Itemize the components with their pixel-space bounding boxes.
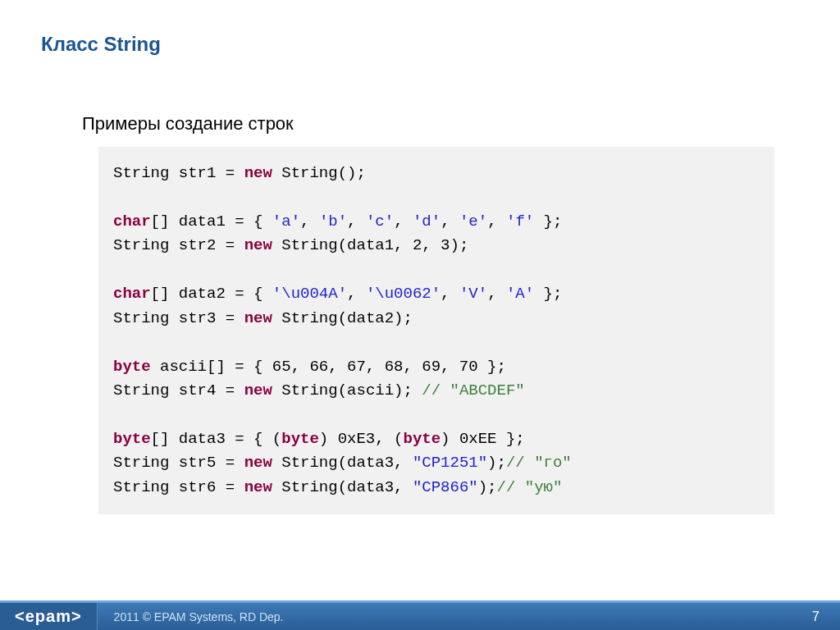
page-number: 7 xyxy=(812,609,819,624)
footer-bar: <epam> 2011 © EPAM Systems, RD Dep. 7 xyxy=(0,600,840,630)
copyright-text: 2011 © EPAM Systems, RD Dep. xyxy=(114,610,284,623)
code-line: String str4 = new String(ascii); // "ABC… xyxy=(113,379,760,403)
code-line: String str1 = new String(); xyxy=(113,162,760,185)
code-line: String str6 = new String(data3, "CP866")… xyxy=(113,476,760,500)
slide-subtitle: Примеры создание строк xyxy=(82,113,799,135)
code-line: String str2 = new String(data1, 2, 3); xyxy=(113,234,760,258)
slide-title: Класс String xyxy=(41,33,799,56)
epam-logo: <epam> xyxy=(0,603,98,630)
code-line: byte[] data3 = { (byte) 0xE3, (byte) 0xE… xyxy=(113,427,760,451)
code-block: String str1 = new String(); char[] data1… xyxy=(98,147,774,514)
code-line xyxy=(113,185,760,209)
slide-container: Класс String Примеры создание строк Stri… xyxy=(0,0,840,630)
code-line xyxy=(113,258,760,282)
code-line: String str3 = new String(data2); xyxy=(113,307,760,331)
code-line: byte ascii[] = { 65, 66, 67, 68, 69, 70 … xyxy=(113,355,760,379)
code-line: String str5 = new String(data3, "CP1251"… xyxy=(113,451,760,475)
code-line xyxy=(113,403,760,427)
code-line xyxy=(113,331,760,354)
code-line: char[] data1 = { 'a', 'b', 'c', 'd', 'e'… xyxy=(113,210,760,234)
code-line: char[] data2 = { '\u004A', '\u0062', 'V'… xyxy=(113,282,760,306)
